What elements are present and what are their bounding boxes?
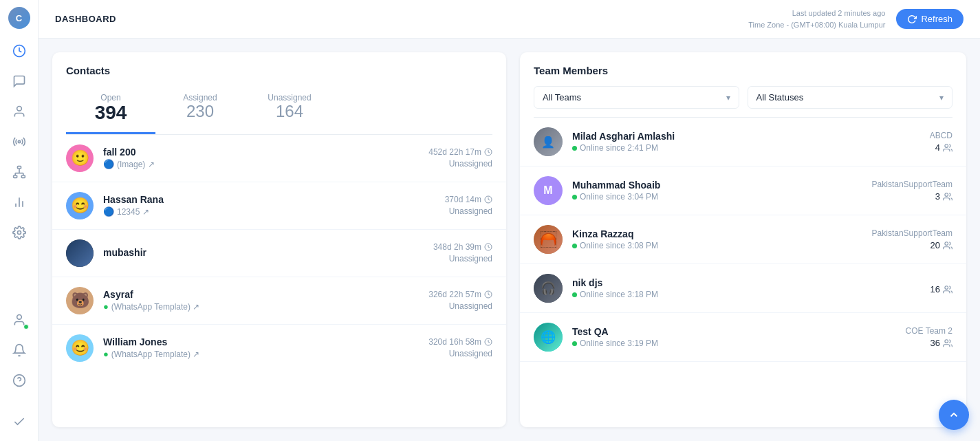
- online-indicator: [572, 195, 577, 200]
- content-area: Contacts Open 394 Assigned 230 Unassigne…: [39, 39, 980, 441]
- contact-time: 370d 14m: [445, 195, 492, 204]
- contact-sub: ● (WhatsApp Template) ↗: [103, 349, 419, 359]
- contact-item[interactable]: 😊 Hassan Rana 🔵 12345 ↗ 370d 14m: [52, 182, 506, 230]
- contact-name: Asyraf: [103, 289, 419, 300]
- contact-avatar: 🐻: [66, 287, 94, 314]
- member-meta: ABCD 4: [930, 131, 952, 153]
- contact-sub-text: (Image) ↗: [117, 160, 155, 169]
- team-list: 👤 Milad Asghari Amlashi Online since 2:4…: [520, 118, 966, 427]
- header: DASHBOARD Last updated 2 minutes ago Tim…: [39, 0, 980, 39]
- tab-assigned[interactable]: Assigned 230: [155, 86, 245, 134]
- member-meta: 16: [930, 282, 952, 294]
- contact-status: Unassigned: [428, 301, 492, 311]
- online-indicator: [572, 292, 577, 297]
- sidebar-item-broadcast[interactable]: [7, 129, 32, 154]
- people-icon: [943, 192, 952, 202]
- filter-teams-label: All Teams: [543, 92, 581, 103]
- member-meta: PakistanSupportTeam 20: [872, 228, 952, 250]
- member-name: Kinza Razzaq: [572, 228, 862, 239]
- member-count: 16: [930, 284, 952, 294]
- member-team: PakistanSupportTeam: [872, 228, 952, 238]
- contact-time: 320d 16h 58m: [428, 337, 492, 347]
- svg-rect-4: [13, 175, 17, 178]
- contact-name: William Jones: [103, 336, 419, 347]
- filter-teams-arrow: ▾: [726, 93, 730, 103]
- svg-point-2: [18, 140, 20, 142]
- member-team: PakistanSupportTeam: [872, 180, 952, 189]
- online-indicator: [572, 341, 577, 346]
- member-info: Milad Asghari Amlashi Online since 2:41 …: [572, 131, 920, 153]
- tab-assigned-value: 230: [172, 103, 228, 120]
- member-team: ABCD: [930, 131, 952, 140]
- online-indicator: [572, 146, 577, 151]
- contact-meta: 370d 14m Unassigned: [445, 195, 492, 216]
- contact-item[interactable]: mubashir 348d 2h 39m Unassigned: [52, 230, 506, 277]
- member-status-text: Online since 3:18 PM: [580, 290, 658, 299]
- svg-point-25: [945, 286, 948, 289]
- contact-name: mubashir: [103, 247, 424, 258]
- member-count: 3: [872, 191, 952, 202]
- sidebar-item-hierarchy[interactable]: [7, 160, 32, 184]
- contact-avatar: [66, 239, 94, 267]
- refresh-button[interactable]: Refresh: [896, 9, 963, 29]
- team-member-item[interactable]: M Muhammad Shoaib Online since 3:04 PM P…: [520, 166, 966, 215]
- team-member-item[interactable]: 🎧 nik djs Online since 3:18 PM 16: [520, 264, 966, 313]
- member-status: Online since 3:19 PM: [572, 338, 896, 348]
- contact-item[interactable]: 🐻 Asyraf ● (WhatsApp Template) ↗ 326d 22…: [52, 277, 506, 325]
- fab-button[interactable]: [939, 400, 969, 430]
- member-meta: COE Team 2 36: [906, 326, 952, 348]
- team-member-item[interactable]: 👤 Milad Asghari Amlashi Online since 2:4…: [520, 118, 966, 166]
- member-name: Milad Asghari Amlashi: [572, 131, 920, 142]
- contact-avatar: 🙂: [66, 144, 94, 172]
- contact-info: Hassan Rana 🔵 12345 ↗: [103, 194, 435, 217]
- tab-open-label: Open: [83, 93, 139, 103]
- sidebar-item-settings[interactable]: [7, 220, 32, 245]
- contact-name: fall 200: [103, 147, 419, 158]
- sidebar-item-contacts[interactable]: [7, 99, 32, 124]
- people-icon: [943, 143, 952, 153]
- contact-sub: 🔵 (Image) ↗: [103, 159, 419, 169]
- contact-meta: 320d 16h 58m Unassigned: [428, 337, 492, 358]
- refresh-label: Refresh: [921, 14, 952, 24]
- team-member-item[interactable]: 🌐 Test QA Online since 3:19 PM COE Team …: [520, 313, 966, 362]
- contact-info: mubashir: [103, 247, 424, 259]
- filter-teams-select[interactable]: All Teams ▾: [534, 86, 739, 109]
- sidebar-item-reports[interactable]: [7, 190, 32, 215]
- contact-status: Unassigned: [433, 254, 492, 263]
- team-filters: All Teams ▾ All Statuses ▾: [534, 86, 952, 109]
- svg-point-14: [17, 315, 21, 320]
- filter-statuses-arrow: ▾: [939, 93, 944, 103]
- contact-status: Unassigned: [428, 349, 492, 358]
- last-updated-text: Last updated 2 minutes ago: [748, 8, 885, 19]
- fab-icon: [948, 409, 960, 421]
- sidebar-item-help[interactable]: [7, 368, 32, 393]
- team-member-item[interactable]: 🦰 Kinza Razzaq Online since 3:08 PM Paki…: [520, 215, 966, 264]
- page-title: DASHBOARD: [55, 14, 116, 24]
- contact-item[interactable]: 😊 William Jones ● (WhatsApp Template) ↗ …: [52, 325, 506, 372]
- filter-statuses-select[interactable]: All Statuses ▾: [748, 86, 953, 109]
- timezone-text: Time Zone - (GMT+08:00) Kuala Lumpur: [748, 19, 885, 31]
- svg-point-24: [945, 241, 948, 245]
- sidebar-item-chat[interactable]: [7, 69, 32, 94]
- tab-unassigned[interactable]: Unassigned 164: [245, 86, 334, 134]
- member-avatar: 🌐: [534, 323, 563, 352]
- sidebar-item-bell[interactable]: [7, 338, 32, 363]
- member-status: Online since 3:18 PM: [572, 290, 921, 299]
- contact-sub: 🔵 12345 ↗: [103, 206, 435, 217]
- member-avatar: 👤: [534, 127, 563, 156]
- contact-time: 452d 22h 17m: [428, 147, 492, 157]
- sidebar-item-user-online[interactable]: [7, 308, 32, 332]
- contacts-title: Contacts: [66, 65, 492, 76]
- member-status: Online since 2:41 PM: [572, 143, 920, 153]
- contact-item[interactable]: 🙂 fall 200 🔵 (Image) ↗ 452d 22h 17m: [52, 135, 506, 182]
- tab-open[interactable]: Open 394: [66, 86, 155, 134]
- member-name: Muhammad Shoaib: [572, 180, 862, 191]
- sidebar-item-activity[interactable]: [7, 39, 32, 63]
- sidebar-logo[interactable]: C: [8, 7, 30, 29]
- svg-point-22: [945, 144, 948, 147]
- tab-unassigned-value: 164: [261, 103, 318, 120]
- member-name: nik djs: [572, 277, 921, 288]
- member-status-text: Online since 3:08 PM: [580, 241, 658, 250]
- svg-point-1: [17, 107, 21, 111]
- sidebar-item-check[interactable]: [7, 409, 32, 434]
